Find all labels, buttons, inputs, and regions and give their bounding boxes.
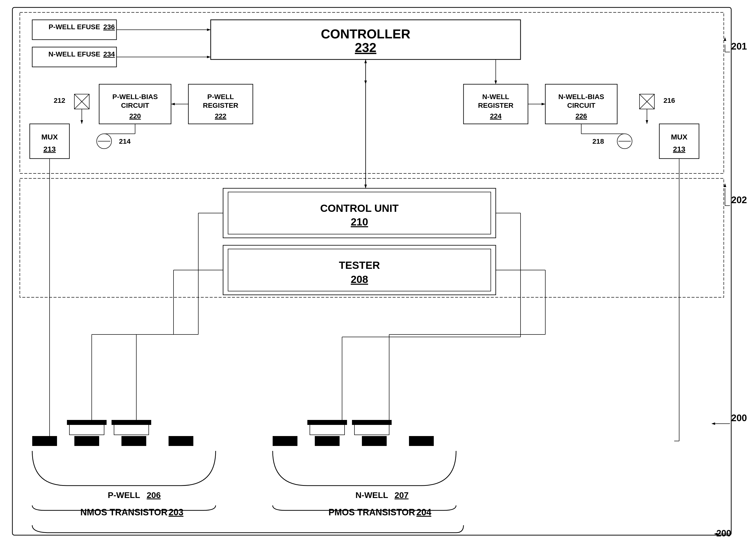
svg-marker-64 bbox=[541, 103, 545, 105]
tester-num: 208 bbox=[351, 274, 368, 285]
mux-left-label: MUX bbox=[41, 133, 58, 141]
tester-label: TESTER bbox=[339, 259, 380, 271]
label-212: 212 bbox=[54, 97, 66, 104]
svg-rect-18 bbox=[30, 124, 70, 159]
label-218: 218 bbox=[593, 138, 604, 145]
svg-marker-4 bbox=[724, 37, 726, 41]
svg-marker-55 bbox=[207, 56, 211, 58]
pmos-num: 204 bbox=[416, 507, 431, 517]
pwell-efuse-label: P-WELL EFUSE bbox=[48, 23, 100, 31]
region-201-label: 201 bbox=[731, 41, 747, 51]
nwell-num: 207 bbox=[395, 490, 409, 500]
label-200: 200 bbox=[716, 528, 731, 538]
label-214: 214 bbox=[119, 138, 131, 145]
nmos-num: 203 bbox=[168, 507, 183, 517]
svg-rect-39 bbox=[67, 420, 107, 425]
pwell-reg-num: 222 bbox=[215, 112, 227, 120]
nwell-reg-label2: REGISTER bbox=[478, 102, 513, 109]
svg-marker-77 bbox=[646, 120, 648, 124]
svg-rect-41 bbox=[112, 420, 151, 425]
nwell-bias-num: 226 bbox=[576, 112, 587, 120]
pwell-bias-num: 220 bbox=[129, 112, 141, 120]
nwell-bias-label: N-WELL-BIAS bbox=[558, 93, 604, 101]
svg-marker-62 bbox=[495, 81, 497, 84]
svg-rect-49 bbox=[352, 420, 392, 425]
mux-right-label: MUX bbox=[671, 133, 687, 141]
svg-rect-45 bbox=[409, 436, 434, 446]
region-200-label: 200 bbox=[731, 413, 747, 423]
pwell-bias-label: P-WELL-BIAS bbox=[112, 93, 158, 101]
controller-label: CONTROLLER bbox=[321, 27, 410, 41]
svg-rect-19 bbox=[659, 124, 699, 159]
svg-marker-72 bbox=[81, 120, 83, 124]
svg-rect-44 bbox=[362, 436, 387, 446]
mux-right-num: 213 bbox=[673, 145, 685, 153]
svg-rect-42 bbox=[273, 436, 297, 446]
pwell-efuse-num: 236 bbox=[103, 23, 115, 31]
pwell-num: 206 bbox=[147, 490, 161, 500]
pwell-bias-label2: CIRCUIT bbox=[121, 102, 149, 109]
mux-left-num: 213 bbox=[43, 145, 56, 153]
svg-marker-67 bbox=[364, 59, 367, 63]
pwell-label: P-WELL bbox=[108, 490, 140, 500]
region-202-label: 202 bbox=[731, 195, 747, 205]
nwell-efuse-label: N-WELL EFUSE bbox=[48, 50, 100, 58]
svg-marker-59 bbox=[171, 103, 175, 105]
pwell-reg-label: P-WELL bbox=[207, 93, 234, 101]
nwell-reg-num: 224 bbox=[490, 112, 502, 120]
svg-marker-53 bbox=[207, 28, 211, 31]
svg-rect-36 bbox=[121, 436, 146, 446]
svg-marker-8 bbox=[724, 183, 726, 187]
svg-rect-43 bbox=[315, 436, 340, 446]
nwell-bias-label2: CIRCUIT bbox=[567, 102, 595, 109]
svg-rect-47 bbox=[307, 420, 347, 425]
nwell-efuse-num: 234 bbox=[103, 50, 115, 58]
nmos-label: NMOS TRANSISTOR bbox=[80, 507, 167, 517]
svg-marker-66 bbox=[364, 184, 367, 188]
svg-rect-37 bbox=[168, 436, 193, 446]
pwell-reg-label2: REGISTER bbox=[203, 102, 238, 109]
svg-rect-35 bbox=[74, 436, 99, 446]
control-unit-label: CONTROL UNIT bbox=[320, 202, 399, 214]
controller-num: 232 bbox=[355, 40, 377, 55]
nwell-label: N-WELL bbox=[356, 490, 388, 500]
svg-marker-10 bbox=[712, 422, 715, 425]
pmos-label: PMOS TRANSISTOR bbox=[329, 507, 415, 517]
label-216: 216 bbox=[663, 97, 675, 104]
control-unit-num: 210 bbox=[351, 216, 368, 228]
nwell-reg-label: N-WELL bbox=[482, 93, 509, 101]
